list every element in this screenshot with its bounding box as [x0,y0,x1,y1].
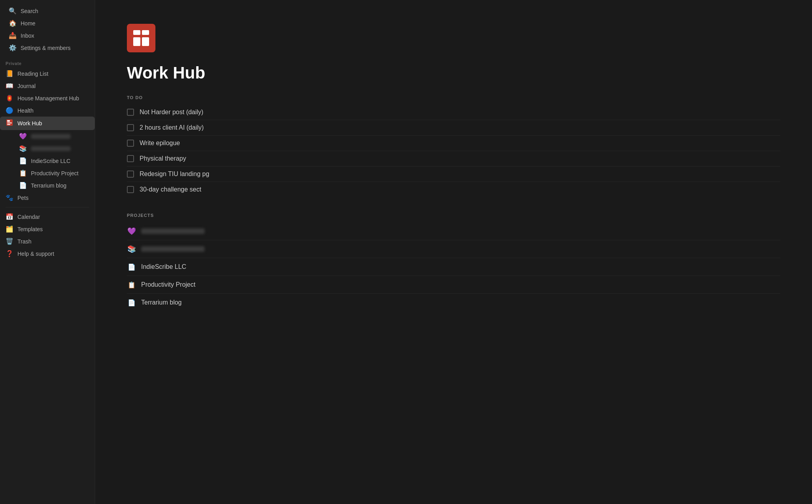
calendar-icon: 📅 [6,213,13,220]
doc-icon-indie: 📄 [19,157,27,165]
sidebar-item-home[interactable]: 🏠 Home [3,17,92,29]
todo-item-1: Not Harder post (daily) [127,105,780,120]
todo-text-1: Not Harder post (daily) [140,109,203,116]
sidebar-label-terrarium: Terrarium blog [31,182,66,189]
todo-section-label: TO DO [127,95,780,100]
svg-rect-4 [133,30,140,35]
sidebar-item-trash[interactable]: 🗑️ Trash [0,235,95,247]
svg-rect-1 [7,120,10,122]
sidebar-item-pets[interactable]: 🐾 Pets [0,192,95,204]
main-content: Work Hub TO DO Not Harder post (daily) 2… [95,0,812,504]
list-icon-proj-productivity: 📋 [127,280,136,289]
sidebar-label-templates: Templates [17,226,43,232]
sidebar-label-settings: Settings & members [21,45,71,51]
sidebar-item-reading-list[interactable]: 📙 Reading List [0,67,95,80]
project-item-blurred-1[interactable]: 💜 [127,222,780,240]
todo-text-6: 30-day challenge sect [140,186,201,193]
help-icon: ❓ [6,250,13,257]
sidebar-label-search: Search [21,8,38,14]
sidebar-item-settings[interactable]: ⚙️ Settings & members [3,42,92,54]
sidebar: 🔍 Search 🏠 Home 📥 Inbox ⚙️ Settings & me… [0,0,95,504]
inbox-icon: 📥 [9,32,17,39]
sidebar-item-house-management[interactable]: 🏮 House Management Hub [0,92,95,104]
sidebar-item-journal[interactable]: 📖 Journal [0,80,95,92]
sidebar-label-trash: Trash [17,238,31,245]
sidebar-item-work-hub[interactable]: Work Hub [0,117,95,130]
pets-icon: 🐾 [6,194,13,201]
journal-icon: 📖 [6,82,13,90]
doc-icon-proj-indie: 📄 [127,262,136,272]
checkbox-6[interactable] [127,186,134,193]
list-icon-productivity: 📋 [19,169,27,177]
health-icon: 🔵 [6,107,13,114]
doc-icon-proj-terrarium: 📄 [127,298,136,307]
sidebar-label-help: Help & support [17,251,54,257]
sidebar-item-blurred-1[interactable]: 💜 [0,130,95,142]
trash-icon: 🗑️ [6,238,13,245]
project-icon-blurred-2: 📚 [127,244,136,254]
sidebar-label-indie: IndieScribe LLC [31,158,71,164]
projects-section-label: PROJECTS [127,213,780,218]
reading-list-icon: 📙 [6,70,13,77]
sidebar-label-house: House Management Hub [17,95,79,102]
project-label-indie: IndieScribe LLC [141,263,186,270]
checkbox-5[interactable] [127,171,134,178]
checkbox-4[interactable] [127,155,134,162]
projects-list: 💜 📚 📄 IndieScribe LLC 📋 Productivity Pro… [127,222,780,311]
sidebar-item-templates[interactable]: 🗂️ Templates [0,223,95,235]
sidebar-item-inbox[interactable]: 📥 Inbox [3,29,92,42]
settings-icon: ⚙️ [9,44,17,52]
svg-rect-3 [7,124,10,125]
sidebar-item-productivity[interactable]: 📋 Productivity Project [0,167,95,179]
project-label-terrarium: Terrarium blog [141,299,182,306]
sidebar-divider [6,207,89,207]
sidebar-label-calendar: Calendar [17,214,40,220]
sidebar-item-blurred-2[interactable]: 📚 [0,142,95,155]
sidebar-label-inbox: Inbox [21,33,34,39]
checkbox-1[interactable] [127,109,134,116]
home-icon: 🏠 [9,19,17,27]
sidebar-label-productivity: Productivity Project [31,170,79,176]
page-title: Work Hub [127,63,780,82]
page-icon [127,24,155,52]
sidebar-label-health: Health [17,107,33,114]
project-item-productivity[interactable]: 📋 Productivity Project [127,276,780,294]
project-icon-blurred-1: 💜 [127,226,136,236]
todo-item-4: Physical therapy [127,151,780,167]
project-item-terrarium[interactable]: 📄 Terrarium blog [127,294,780,311]
search-icon: 🔍 [9,7,17,15]
todo-item-6: 30-day challenge sect [127,182,780,197]
checkbox-2[interactable] [127,124,134,131]
project-blurred-bar-1 [141,228,205,234]
project-label-productivity: Productivity Project [141,281,195,288]
todo-item-5: Redesign TIU landing pg [127,167,780,182]
sidebar-label-reading-list: Reading List [17,71,48,77]
todo-list: Not Harder post (daily) 2 hours client A… [127,105,780,197]
todo-text-3: Write epilogue [140,140,180,147]
project-item-blurred-2[interactable]: 📚 [127,240,780,258]
project-item-indie[interactable]: 📄 IndieScribe LLC [127,258,780,276]
templates-icon: 🗂️ [6,225,13,233]
work-hub-icon [6,119,13,128]
private-section-label: Private [0,57,95,67]
todo-item-2: 2 hours client AI (daily) [127,120,780,136]
house-icon: 🏮 [6,94,13,102]
sidebar-item-indie-scribe[interactable]: 📄 IndieScribe LLC [0,155,95,167]
todo-item-3: Write epilogue [127,136,780,151]
sidebar-item-terrarium[interactable]: 📄 Terrarium blog [0,179,95,192]
sidebar-label-journal: Journal [17,83,36,89]
svg-rect-2 [7,123,12,123]
sidebar-item-search[interactable]: 🔍 Search [3,5,92,17]
sidebar-label-home: Home [21,20,35,27]
svg-rect-7 [142,37,149,46]
todo-text-5: Redesign TIU landing pg [140,171,209,178]
sidebar-item-help[interactable]: ❓ Help & support [0,247,95,260]
checkbox-3[interactable] [127,140,134,147]
svg-rect-5 [142,30,149,35]
project-blurred-bar-2 [141,246,205,252]
sidebar-item-calendar[interactable]: 📅 Calendar [0,211,95,223]
svg-rect-6 [133,37,140,46]
sidebar-item-health[interactable]: 🔵 Health [0,104,95,117]
doc-icon-terrarium: 📄 [19,182,27,189]
sidebar-label-pets: Pets [17,195,29,201]
